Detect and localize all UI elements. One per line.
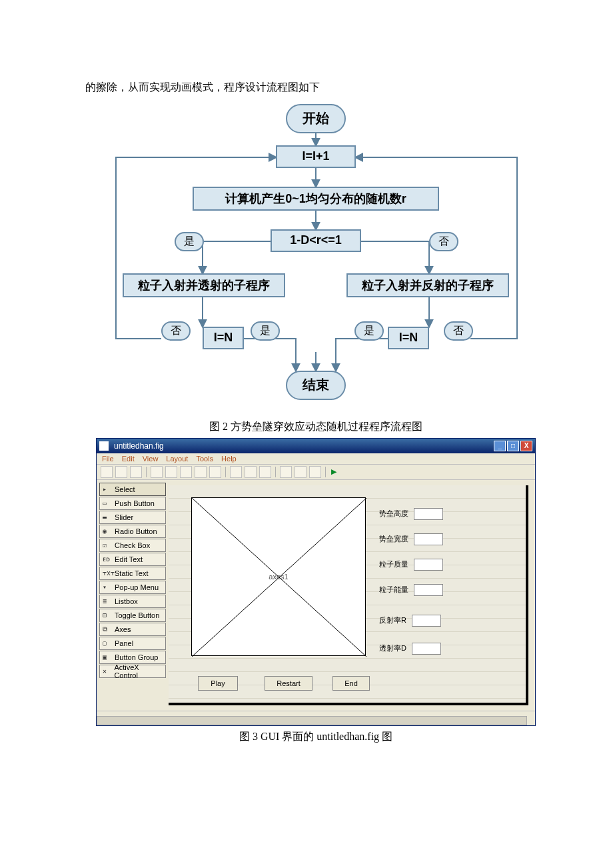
restart-button[interactable]: Restart	[265, 676, 312, 691]
menu-bar: File Edit View Layout Tools Help	[97, 453, 535, 465]
menu-help[interactable]: Help	[221, 455, 237, 463]
palette-axes[interactable]: ⧉Axes	[99, 623, 166, 636]
panel-icon: ▢	[103, 639, 112, 647]
label-no: 否	[161, 321, 191, 341]
separator-icon	[275, 467, 276, 477]
checkbox-icon: ☑	[103, 541, 112, 549]
flow-cond-left: I=N	[203, 327, 244, 349]
close-button[interactable]: X	[520, 441, 532, 451]
prop-reflect-r: 反射率R	[379, 615, 441, 627]
label-yes: 是	[251, 321, 280, 341]
axes-component[interactable]: axes1	[191, 497, 366, 656]
guide-window: untitledhan.fig _ □ X File Edit View Lay…	[96, 438, 536, 726]
palette-button-group[interactable]: ▣Button Group	[99, 651, 166, 664]
prop-transmit-d: 透射率D	[379, 643, 441, 655]
menu-file[interactable]: File	[102, 455, 114, 463]
title-bar: untitledhan.fig _ □ X	[97, 439, 535, 453]
axes-icon: ⧉	[103, 625, 112, 633]
status-bar	[97, 711, 535, 725]
component-palette: ▸Select ▭Push Button ▬Slider ◉Radio Butt…	[97, 480, 169, 711]
prop-particle-mass: 粒子质量	[379, 559, 443, 571]
btngroup-icon: ▣	[103, 653, 112, 661]
edit-reflect-r[interactable]	[412, 615, 441, 627]
menu-tools[interactable]: Tools	[196, 455, 213, 463]
edit-particle-mass[interactable]	[414, 559, 443, 571]
palette-edit-text[interactable]: ᴇᴅEdit Text	[99, 553, 166, 566]
prop-barrier-width: 势垒宽度	[379, 533, 443, 545]
palette-listbox[interactable]: ≣Listbox	[99, 595, 166, 608]
save-icon[interactable]	[130, 466, 142, 478]
tab-order-icon[interactable]	[259, 466, 271, 478]
activex-icon: ✕	[103, 667, 111, 675]
flow-step-random: 计算机产生0~1均匀分布的随机数r	[193, 187, 439, 211]
copy-icon[interactable]	[165, 466, 177, 478]
prop-particle-energy: 粒子能量	[379, 584, 443, 596]
toggle-icon: ⊟	[103, 611, 112, 619]
new-icon[interactable]	[101, 466, 113, 478]
palette-activex[interactable]: ✕ActiveX Control	[99, 665, 166, 678]
menu-editor-icon[interactable]	[245, 466, 257, 478]
label-yes: 是	[354, 321, 384, 341]
flow-proc-transmit: 粒子入射并透射的子程序	[123, 273, 285, 297]
menu-edit[interactable]: Edit	[122, 455, 135, 463]
slider-icon: ▬	[103, 513, 112, 521]
flow-step-increment: I=I+1	[276, 145, 356, 168]
radio-icon: ◉	[103, 527, 112, 535]
run-icon[interactable]: ▶	[330, 467, 338, 476]
palette-panel[interactable]: ▢Panel	[99, 637, 166, 650]
edit-barrier-height[interactable]	[414, 508, 443, 520]
palette-radio-button[interactable]: ◉Radio Button	[99, 525, 166, 538]
play-button[interactable]: Play	[198, 676, 238, 691]
popup-icon: ▾	[103, 583, 112, 591]
flow-proc-reflect: 粒子入射并反射的子程序	[346, 273, 509, 297]
palette-static-text[interactable]: ᴛxᴛStatic Text	[99, 567, 166, 580]
redo-icon[interactable]	[209, 466, 221, 478]
palette-popup-menu[interactable]: ▾Pop-up Menu	[99, 581, 166, 594]
separator-icon	[325, 467, 326, 477]
mfile-editor-icon[interactable]	[295, 466, 306, 478]
paste-icon[interactable]	[180, 466, 192, 478]
cut-icon[interactable]	[151, 466, 163, 478]
flow-start: 开始	[286, 104, 346, 133]
edit-barrier-width[interactable]	[414, 533, 443, 545]
palette-slider[interactable]: ▬Slider	[99, 511, 166, 524]
separator-icon	[225, 467, 226, 477]
label-no: 否	[444, 321, 473, 341]
text-icon: ᴛxᴛ	[103, 569, 112, 577]
menu-view[interactable]: View	[143, 455, 159, 463]
open-icon[interactable]	[115, 466, 127, 478]
property-inspector-icon[interactable]	[309, 466, 321, 478]
flowchart: 开始 I=I+1 计算机产生0~1均匀分布的随机数r 1-D<r<=1 粒子入射…	[96, 104, 536, 416]
minimize-button[interactable]: _	[494, 441, 506, 451]
app-icon	[99, 441, 109, 451]
figure-2-caption: 图 2 方势垒隧穿效应动态随机过程程序流程图	[85, 420, 546, 434]
layout-canvas[interactable]: axes1 Play Restart End 势垒高度 势垒宽度 粒子质量 粒子…	[169, 485, 528, 705]
undo-icon[interactable]	[195, 466, 207, 478]
maximize-button[interactable]: □	[507, 441, 519, 451]
flow-cond-main: 1-D<r<=1	[271, 229, 361, 252]
horizontal-scrollbar[interactable]	[97, 716, 527, 725]
flow-end: 结束	[286, 371, 346, 400]
edit-transmit-d[interactable]	[412, 643, 441, 655]
align-icon[interactable]	[230, 466, 242, 478]
toolbar-editor-icon[interactable]	[280, 466, 292, 478]
palette-select[interactable]: ▸Select	[99, 483, 166, 496]
edit-icon: ᴇᴅ	[103, 555, 112, 563]
figure-3-caption: 图 3 GUI 界面的 untitledhan.fig 图	[85, 730, 546, 744]
menu-layout[interactable]: Layout	[166, 455, 188, 463]
pointer-icon: ▸	[103, 485, 112, 493]
separator-icon	[146, 467, 147, 477]
palette-check-box[interactable]: ☑Check Box	[99, 539, 166, 552]
window-title: untitledhan.fig	[111, 441, 494, 451]
listbox-icon: ≣	[103, 597, 112, 605]
prop-barrier-height: 势垒高度	[379, 508, 443, 520]
label-yes: 是	[175, 232, 204, 251]
flow-cond-right: I=N	[388, 327, 429, 349]
label-no: 否	[429, 232, 458, 251]
intro-text: 的擦除，从而实现动画模式，程序设计流程图如下	[85, 79, 546, 96]
edit-particle-energy[interactable]	[414, 584, 443, 596]
palette-push-button[interactable]: ▭Push Button	[99, 497, 166, 510]
end-button[interactable]: End	[332, 676, 370, 691]
palette-toggle-button[interactable]: ⊟Toggle Button	[99, 609, 166, 622]
pushbutton-icon: ▭	[103, 499, 112, 507]
